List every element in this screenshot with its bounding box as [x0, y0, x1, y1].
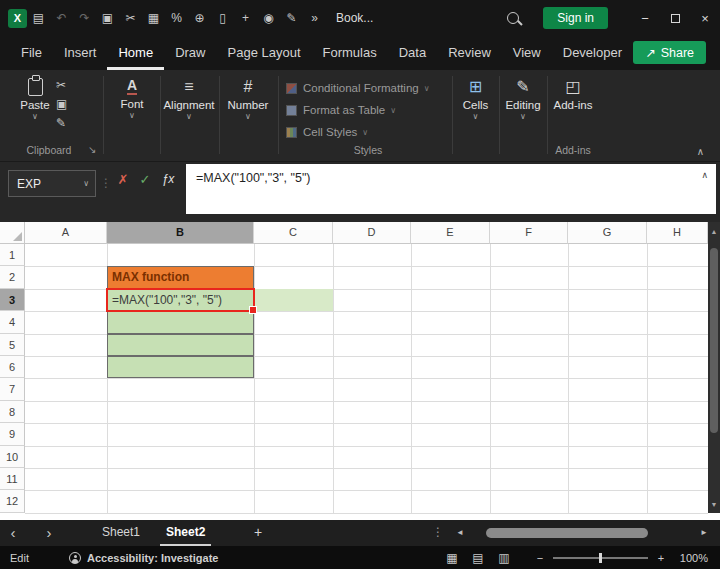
vertical-scrollbar[interactable]: ▲ ▼	[708, 222, 720, 513]
undo-icon[interactable]: ↶	[50, 11, 73, 25]
tabbar-more-icon[interactable]: ⋮	[430, 520, 446, 546]
normal-view-icon[interactable]: ▦	[439, 551, 465, 565]
clipboard-dialog-launcher-icon[interactable]: ↘	[88, 144, 96, 155]
row-header-5[interactable]: 5	[0, 334, 25, 356]
hscroll-right-icon[interactable]: ►	[696, 520, 712, 546]
collapse-ribbon-icon[interactable]: ∧	[697, 146, 704, 157]
alignment-group-button[interactable]: ≡ Alignment ∨	[161, 78, 217, 120]
cell-c3[interactable]	[254, 289, 333, 311]
tab-formulas[interactable]: Formulas	[312, 36, 388, 70]
camera-icon[interactable]: ◉	[257, 11, 280, 25]
tab-sheet1[interactable]: Sheet1	[96, 520, 146, 546]
addins-button[interactable]: ◰ Add-ins	[548, 78, 598, 111]
cell-styles-button[interactable]: Cell Styles ∨	[286, 122, 450, 142]
editing-group-button[interactable]: ✎ Editing ∨	[500, 78, 546, 120]
cell-b4[interactable]	[107, 311, 254, 333]
tab-page-layout[interactable]: Page Layout	[217, 36, 312, 70]
format-as-table-button[interactable]: Format as Table ∨	[286, 100, 450, 120]
cells-group-button[interactable]: ⊞ Cells ∨	[453, 78, 498, 120]
cut-icon[interactable]: ✂	[56, 78, 67, 92]
save-icon[interactable]: ▤	[27, 11, 50, 25]
column-header-a[interactable]: A	[25, 222, 107, 244]
hscroll-left-icon[interactable]: ◄	[452, 520, 468, 546]
copy-icon[interactable]: ▣	[56, 97, 67, 111]
minimize-button[interactable]: −	[630, 0, 660, 36]
row-header-8[interactable]: 8	[0, 401, 25, 423]
tab-review[interactable]: Review	[437, 36, 502, 70]
page-layout-view-icon[interactable]: ▤	[465, 551, 491, 565]
share-button[interactable]: ↗ Share	[633, 41, 706, 64]
zoom-out-icon[interactable]: −	[533, 552, 547, 564]
tab-draw[interactable]: Draw	[164, 36, 216, 70]
column-header-c[interactable]: C	[254, 222, 333, 244]
document-icon[interactable]: ▯	[211, 11, 234, 25]
tab-file[interactable]: File	[10, 36, 53, 70]
column-header-d[interactable]: D	[333, 222, 411, 244]
column-header-f[interactable]: F	[490, 222, 568, 244]
format-painter-icon[interactable]: ✎	[56, 116, 67, 130]
column-header-h[interactable]: H	[647, 222, 708, 244]
add-icon[interactable]: +	[234, 11, 257, 25]
zoom-level[interactable]: 100%	[668, 552, 708, 564]
insert-function-icon[interactable]: ƒx	[157, 172, 179, 186]
tab-home[interactable]: Home	[107, 36, 164, 70]
number-group-button[interactable]: # Number ∨	[220, 78, 276, 120]
globe-icon[interactable]: ⊕	[188, 11, 211, 25]
prev-sheet-icon[interactable]: ‹	[4, 520, 22, 546]
next-sheet-icon[interactable]: ›	[40, 520, 58, 546]
row-header-4[interactable]: 4	[0, 311, 25, 333]
row-header-12[interactable]: 12	[0, 490, 25, 512]
zoom-slider[interactable]	[553, 552, 648, 564]
vertical-scrollbar-thumb[interactable]	[710, 248, 718, 433]
font-group-button[interactable]: A Font ∨	[106, 78, 158, 119]
column-header-b[interactable]: B	[107, 222, 254, 244]
row-header-11[interactable]: 11	[0, 468, 25, 490]
row-header-7[interactable]: 7	[0, 378, 25, 400]
cell-b6[interactable]	[107, 356, 254, 378]
formula-input[interactable]: =MAX("100","3", "5") ∧	[186, 164, 716, 214]
row-header-9[interactable]: 9	[0, 423, 25, 445]
page-break-view-icon[interactable]: ▥	[491, 551, 517, 565]
more-commands-icon[interactable]: »	[303, 11, 326, 25]
row-header-1[interactable]: 1	[0, 244, 25, 266]
column-header-e[interactable]: E	[411, 222, 490, 244]
tab-insert[interactable]: Insert	[53, 36, 108, 70]
picture-icon[interactable]: ▦	[142, 11, 165, 25]
row-header-2[interactable]: 2	[0, 266, 25, 288]
conditional-formatting-button[interactable]: Conditional Formatting ∨	[286, 78, 450, 98]
zoom-slider-thumb[interactable]	[599, 553, 602, 563]
cell-b2[interactable]: MAX function	[107, 266, 254, 288]
paste-button[interactable]: Paste ∨	[14, 76, 56, 120]
column-header-g[interactable]: G	[568, 222, 647, 244]
tab-view[interactable]: View	[502, 36, 552, 70]
horizontal-scrollbar-thumb[interactable]	[486, 528, 648, 538]
tab-sheet2[interactable]: Sheet2	[160, 520, 211, 546]
tab-data[interactable]: Data	[388, 36, 437, 70]
select-all-button[interactable]	[0, 222, 25, 244]
tab-developer[interactable]: Developer	[552, 36, 633, 70]
copy-icon[interactable]: ▣	[96, 11, 119, 25]
pen-icon[interactable]: ✎	[280, 11, 303, 25]
search-icon[interactable]	[507, 12, 519, 24]
new-sheet-button[interactable]: +	[248, 520, 268, 546]
scroll-up-icon[interactable]: ▲	[708, 222, 720, 240]
scroll-down-icon[interactable]: ▼	[708, 495, 720, 513]
maximize-button[interactable]	[660, 0, 690, 36]
cell-b3-active[interactable]: =MAX("100","3", "5")	[106, 288, 255, 312]
close-button[interactable]: ×	[690, 0, 720, 36]
redo-icon[interactable]: ↷	[73, 11, 96, 25]
cancel-entry-icon[interactable]: ✗	[112, 172, 134, 187]
cut-icon[interactable]: ✂	[119, 11, 142, 25]
name-box[interactable]: EXP ∨	[8, 170, 96, 197]
row-header-3[interactable]: 3	[0, 289, 25, 311]
row-header-6[interactable]: 6	[0, 356, 25, 378]
zoom-in-icon[interactable]: +	[654, 552, 668, 564]
cell-b5[interactable]	[107, 334, 254, 356]
confirm-entry-icon[interactable]: ✓	[134, 172, 156, 187]
percent-icon[interactable]: %	[165, 11, 188, 25]
sign-in-button[interactable]: Sign in	[543, 7, 608, 29]
row-header-10[interactable]: 10	[0, 446, 25, 468]
name-box-resizer[interactable]: ⋮	[100, 176, 112, 190]
accessibility-status[interactable]: Accessibility: Investigate	[87, 552, 218, 564]
collapse-formula-bar-icon[interactable]: ∧	[701, 170, 708, 180]
